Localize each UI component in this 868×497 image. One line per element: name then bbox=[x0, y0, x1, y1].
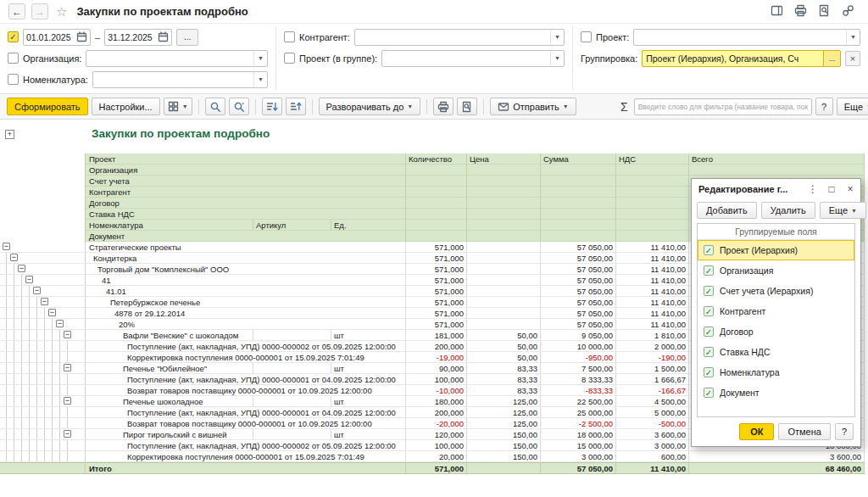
row-collapse-toggle[interactable]: − bbox=[64, 331, 71, 338]
field-checkbox[interactable]: ✓ bbox=[704, 388, 714, 398]
row-collapse-toggle[interactable]: − bbox=[64, 430, 71, 438]
grouping-clear-button[interactable]: × bbox=[845, 51, 860, 66]
column-header-unit[interactable]: Ед. bbox=[331, 220, 405, 231]
field-checkbox[interactable]: ✓ bbox=[704, 265, 714, 276]
send-button[interactable]: Отправить▼ bbox=[490, 98, 576, 115]
field-checkbox[interactable]: ✓ bbox=[704, 245, 714, 255]
column-header-nomenclature[interactable]: Номенклатура bbox=[85, 220, 253, 231]
link-icon[interactable] bbox=[842, 4, 854, 19]
grouping-field-item[interactable]: ✓Проект (Иерархия) bbox=[698, 240, 854, 260]
grouping-field-item[interactable]: ✓Договор bbox=[698, 321, 854, 342]
column-header-project[interactable]: Проект bbox=[85, 154, 405, 165]
row-collapse-toggle[interactable]: − bbox=[25, 276, 33, 283]
chevron-down-icon[interactable]: ▼ bbox=[253, 51, 267, 66]
grouping-field-item[interactable]: ✓Номенклатура bbox=[698, 362, 854, 383]
row-collapse-toggle[interactable]: − bbox=[10, 254, 18, 261]
row-collapse-toggle[interactable]: − bbox=[3, 243, 10, 250]
kontragent-select[interactable]: ▼ bbox=[354, 29, 565, 46]
period-more-button[interactable]: ... bbox=[176, 29, 198, 46]
field-checkbox[interactable]: ✓ bbox=[704, 327, 714, 337]
settings-button[interactable]: Настройки... bbox=[92, 98, 160, 115]
sort-asc-button[interactable] bbox=[286, 98, 306, 115]
expand-all-toggle[interactable]: + bbox=[5, 130, 14, 139]
help-button[interactable]: ? bbox=[815, 98, 833, 115]
cancel-button[interactable]: Отмена bbox=[778, 423, 830, 440]
dialog-more-button[interactable]: Еще▼ bbox=[820, 202, 866, 219]
nomenclature-select[interactable]: ▼ bbox=[92, 71, 268, 88]
row-collapse-toggle[interactable]: − bbox=[33, 287, 41, 294]
maximize-icon[interactable]: □ bbox=[825, 183, 838, 195]
sort-desc-button[interactable] bbox=[262, 98, 282, 115]
printer-icon[interactable] bbox=[794, 4, 807, 19]
column-header-artikul[interactable]: Артикул bbox=[253, 220, 331, 231]
calendar-icon[interactable] bbox=[158, 31, 169, 42]
remove-button[interactable]: Удалить bbox=[761, 202, 815, 219]
back-button[interactable]: ← bbox=[8, 3, 25, 20]
row-collapse-toggle[interactable]: − bbox=[48, 309, 56, 316]
expand-to-button[interactable]: Разворачивать до▼ bbox=[319, 98, 421, 115]
more-button[interactable]: Еще▼ bbox=[837, 98, 868, 115]
dialog-help-button[interactable]: ? bbox=[835, 423, 854, 440]
field-checkbox[interactable]: ✓ bbox=[704, 286, 714, 296]
column-header-document[interactable]: Документ bbox=[85, 231, 405, 242]
chevron-down-icon[interactable]: ▼ bbox=[550, 51, 564, 66]
column-header-kontragent[interactable]: Контрагент bbox=[85, 187, 405, 198]
column-header-sum[interactable]: Сумма bbox=[540, 154, 615, 165]
column-header-vat[interactable]: НДС bbox=[615, 154, 688, 165]
sum-icon[interactable]: Σ bbox=[620, 100, 628, 114]
column-header-organization[interactable]: Организация bbox=[85, 165, 405, 176]
project-select[interactable]: ▼ bbox=[633, 29, 860, 46]
chevron-down-icon[interactable]: ▼ bbox=[253, 72, 267, 87]
table-row[interactable]: Корректировка поступления 0000-000001 от… bbox=[0, 451, 865, 462]
kebab-menu-icon[interactable]: ⋮ bbox=[806, 183, 820, 195]
close-icon[interactable]: × bbox=[843, 183, 857, 195]
favorite-star-icon[interactable]: ☆ bbox=[56, 4, 67, 20]
column-header-contract[interactable]: Договор bbox=[85, 198, 405, 209]
project-group-select[interactable]: ▼ bbox=[381, 50, 565, 67]
row-collapse-toggle[interactable]: − bbox=[56, 320, 64, 327]
nomenclature-checkbox[interactable] bbox=[8, 74, 19, 85]
field-checkbox[interactable]: ✓ bbox=[704, 367, 714, 377]
grouping-field[interactable]: Проект (Иерархия), Организация, Сч ... bbox=[642, 50, 841, 67]
project-checkbox[interactable] bbox=[581, 31, 592, 42]
total-row[interactable]: Итого 571,000 57 050,00 11 410,00 68 460… bbox=[0, 462, 865, 474]
field-checkbox[interactable]: ✓ bbox=[704, 347, 714, 357]
period-to-input[interactable]: 31.12.2025 bbox=[104, 29, 172, 46]
quick-filter-input[interactable] bbox=[634, 98, 812, 115]
row-collapse-toggle[interactable]: − bbox=[64, 364, 71, 371]
forward-button[interactable]: → bbox=[31, 3, 48, 20]
ok-button[interactable]: ОК bbox=[739, 423, 774, 440]
column-header-quantity[interactable]: Количество bbox=[405, 154, 466, 165]
print-button[interactable] bbox=[433, 98, 453, 115]
row-collapse-toggle[interactable]: − bbox=[64, 397, 71, 405]
column-header-account[interactable]: Счет учета bbox=[85, 176, 405, 187]
report-variants-button[interactable]: ▼ bbox=[164, 98, 192, 115]
row-collapse-toggle[interactable]: − bbox=[18, 265, 25, 272]
dialog-titlebar[interactable]: Редактирование г... ⋮ □ × bbox=[692, 179, 860, 199]
grouping-field-item[interactable]: ✓Ставка НДС bbox=[698, 342, 854, 362]
field-checkbox[interactable]: ✓ bbox=[704, 306, 714, 316]
generate-button[interactable]: Сформировать bbox=[7, 98, 88, 115]
period-checkbox[interactable]: ✓ bbox=[8, 31, 19, 42]
organization-checkbox[interactable] bbox=[8, 53, 19, 64]
print-preview-icon[interactable] bbox=[818, 4, 831, 19]
search-next-button[interactable] bbox=[229, 98, 249, 115]
column-header-vat-rate[interactable]: Ставка НДС bbox=[85, 209, 405, 220]
grouping-more-button[interactable]: ... bbox=[823, 51, 840, 66]
project-group-checkbox[interactable] bbox=[284, 53, 295, 64]
grouping-field-item[interactable]: ✓Счет учета (Иерархия) bbox=[698, 281, 854, 301]
print-preview-button[interactable] bbox=[457, 98, 477, 115]
column-header-price[interactable]: Цена bbox=[466, 154, 540, 165]
period-from-input[interactable]: 01.01.2025 bbox=[23, 29, 91, 46]
grouping-field-item[interactable]: ✓Организация bbox=[698, 260, 854, 281]
column-header-total[interactable]: Всего bbox=[688, 154, 865, 165]
chevron-down-icon[interactable]: ▼ bbox=[550, 30, 564, 45]
row-collapse-toggle[interactable]: − bbox=[41, 298, 48, 305]
grouping-field-item[interactable]: ✓Контрагент bbox=[698, 301, 854, 321]
search-button[interactable] bbox=[205, 98, 225, 115]
grouping-field-item[interactable]: ✓Документ bbox=[698, 383, 854, 403]
kontragent-checkbox[interactable] bbox=[284, 31, 295, 42]
organization-select[interactable]: ▼ bbox=[86, 50, 268, 67]
add-button[interactable]: Добавить bbox=[697, 202, 757, 219]
chevron-down-icon[interactable]: ▼ bbox=[846, 30, 860, 45]
